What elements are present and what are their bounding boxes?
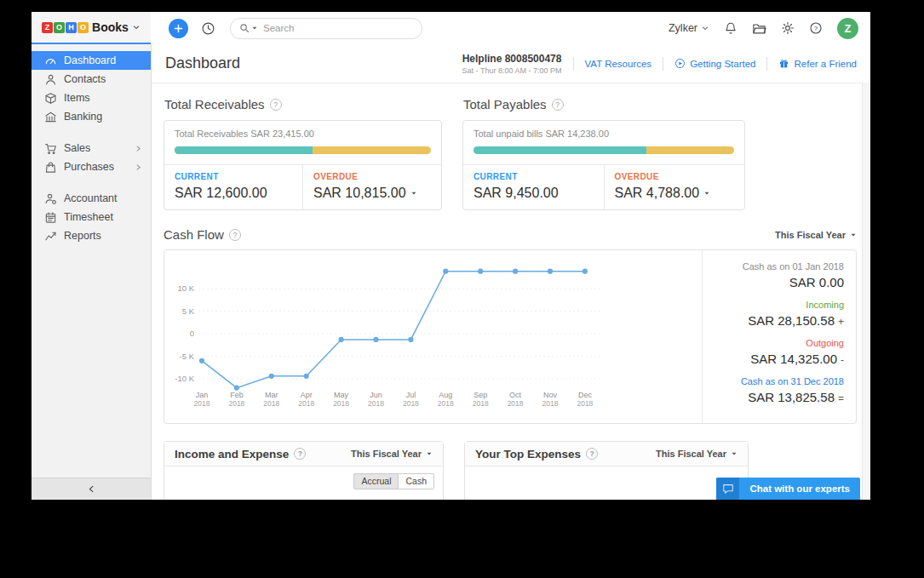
vat-resources-link[interactable]: VAT Resources: [585, 59, 652, 69]
sidebar-item-timesheet[interactable]: Timesheet: [32, 208, 151, 226]
search-input[interactable]: Search: [230, 18, 422, 39]
top-expenses-body: [465, 466, 748, 500]
getting-started-link[interactable]: Getting Started: [674, 58, 755, 69]
dashboard-content: Total Receivables ? Total Receivables SA…: [152, 83, 870, 500]
header-divider: [766, 57, 767, 71]
svg-text:5 K: 5 K: [182, 306, 195, 316]
receivables-current-value: SAR 12,600.00: [175, 186, 292, 201]
svg-text:-10 K: -10 K: [175, 374, 194, 383]
cashflow-stat-label: Incoming: [709, 300, 844, 310]
sidebar-collapse-button[interactable]: [32, 478, 151, 500]
cashflow-period-selector[interactable]: This Fiscal Year: [775, 230, 857, 240]
chat-with-experts-button[interactable]: Chat with our experts: [716, 478, 860, 500]
caret-down-icon: [850, 232, 857, 238]
help-tooltip-icon[interactable]: ?: [294, 448, 306, 460]
income-expense-period-selector[interactable]: This Fiscal Year: [351, 449, 433, 459]
quick-create-button[interactable]: [169, 19, 188, 38]
sidebar-item-purchases[interactable]: Purchases: [32, 157, 151, 176]
cashflow-stat-label: Cash as on 01 Jan 2018: [709, 261, 844, 272]
help-tooltip-icon[interactable]: ?: [586, 448, 598, 460]
total-receivables-section: Total Receivables ? Total Receivables SA…: [164, 94, 442, 210]
cashflow-stat: OutgoingSAR 14,325.00-: [709, 338, 844, 366]
refer-a-friend-link[interactable]: Refer a Friend: [778, 58, 857, 69]
sidebar-item-label: Timesheet: [64, 211, 113, 223]
search-scope-chevron-icon[interactable]: [251, 25, 258, 31]
sidebar-item-label: Sales: [64, 142, 90, 154]
help-tooltip-icon[interactable]: ?: [229, 229, 241, 241]
svg-text:2018: 2018: [577, 399, 593, 408]
cashflow-stat-operator: -: [841, 354, 844, 366]
chevron-down-icon: [132, 23, 141, 31]
svg-text:2018: 2018: [263, 399, 279, 408]
chevron-left-icon: [87, 482, 96, 497]
gift-icon: [778, 58, 789, 69]
sidebar-item-reports[interactable]: Reports: [32, 226, 151, 245]
zoho-logo-tile: O: [54, 22, 65, 33]
svg-text:-5 K: -5 K: [180, 352, 195, 361]
org-selector[interactable]: Zylker: [669, 22, 709, 34]
receivables-overdue-cell: OVERDUE SAR 10,815.00: [302, 165, 441, 209]
caret-down-icon[interactable]: [410, 190, 417, 197]
cashflow-stat: Cash as on 31 Dec 2018SAR 13,825.58=: [709, 376, 844, 404]
sidebar-item-contacts[interactable]: Contacts: [32, 70, 151, 89]
topbar-right: Zylker ? Z: [669, 18, 858, 39]
receivables-card: Total Receivables SAR 23,415.00 CURRENT …: [164, 120, 442, 210]
sidebar-item-dashboard[interactable]: Dashboard: [32, 51, 151, 70]
income-expense-body: Accrual Cash: [164, 466, 443, 500]
income-expense-header: Income and Expense ? This Fiscal Year: [164, 442, 443, 466]
help-tooltip-icon[interactable]: ?: [270, 99, 282, 111]
user-avatar[interactable]: Z: [837, 18, 858, 39]
svg-text:May: May: [334, 391, 349, 399]
sidebar-item-banking[interactable]: Banking: [32, 107, 151, 126]
brand-name: Books: [92, 20, 129, 34]
chevron-down-icon: [701, 24, 709, 32]
top-expenses-header: Your Top Expenses ? This Fiscal Year: [465, 442, 748, 466]
settings-gear-icon[interactable]: [781, 21, 795, 35]
documents-folder-icon[interactable]: [752, 21, 766, 36]
app-window: ZOHO Books Search Zylker ?: [32, 12, 870, 500]
cashflow-stats-panel: Cash as on 01 Jan 2018SAR 0.00IncomingSA…: [702, 250, 856, 423]
chevron-right-icon: [135, 163, 142, 171]
gauge-icon: [44, 54, 57, 67]
help-icon[interactable]: ?: [809, 21, 823, 35]
svg-text:2018: 2018: [473, 399, 489, 408]
svg-text:2018: 2018: [228, 399, 244, 408]
payables-overdue-cell: OVERDUE SAR 4,788.00: [604, 165, 745, 209]
vertical-scrollbar[interactable]: [862, 83, 870, 500]
payables-card: Total unpaid bills SAR 14,238.00 CURRENT…: [462, 120, 745, 210]
cash-toggle-button[interactable]: Cash: [399, 473, 434, 489]
receivables-progress-bar: [175, 146, 431, 154]
helpline-hours: Sat - Thur 8:00 AM - 7:00 PM: [462, 66, 562, 75]
recent-activity-icon[interactable]: [201, 21, 215, 36]
sidebar-item-sales[interactable]: Sales: [32, 139, 151, 157]
cashflow-stat-operator: +: [838, 316, 844, 328]
current-label: CURRENT: [473, 172, 594, 181]
svg-text:Jul: Jul: [406, 391, 416, 399]
caret-down-icon[interactable]: [703, 190, 710, 197]
notifications-bell-icon[interactable]: [724, 21, 737, 35]
helpline-number: Helpline 8008500478: [462, 53, 562, 65]
accrual-toggle-button[interactable]: Accrual: [353, 473, 399, 489]
receivables-summary: Total Receivables SAR 23,415.00: [175, 129, 431, 139]
svg-text:0: 0: [190, 329, 194, 338]
accrual-cash-toggle: Accrual Cash: [353, 473, 434, 489]
cashflow-line-chart: 10 K5 K0-5 K-10 KJan2018Feb2018Mar2018Ap…: [171, 255, 610, 422]
svg-text:2018: 2018: [368, 399, 384, 408]
receivables-current-cell: CURRENT SAR 12,600.00: [164, 165, 302, 209]
top-expenses-period-selector[interactable]: This Fiscal Year: [656, 449, 737, 459]
svg-text:10 K: 10 K: [177, 283, 194, 293]
sidebar-item-items[interactable]: Items: [32, 89, 151, 107]
payables-progress-current: [473, 146, 646, 154]
sidebar-item-label: Banking: [64, 111, 102, 123]
zoho-books-logo[interactable]: ZOHO Books: [32, 12, 151, 44]
items-icon: [44, 92, 57, 105]
cashflow-stat-value: SAR 28,150.58+: [709, 313, 844, 328]
cashflow-stat-value: SAR 14,325.00-: [709, 352, 844, 366]
sidebar-item-accountant[interactable]: Accountant: [32, 189, 151, 208]
svg-text:Jun: Jun: [370, 391, 382, 399]
sidebar-item-label: Dashboard: [64, 54, 116, 66]
svg-text:Oct: Oct: [509, 391, 522, 399]
cashflow-card: 10 K5 K0-5 K-10 KJan2018Feb2018Mar2018Ap…: [164, 249, 857, 424]
help-tooltip-icon[interactable]: ?: [552, 99, 564, 111]
cashflow-header: Cash Flow ? This Fiscal Year: [164, 227, 857, 242]
